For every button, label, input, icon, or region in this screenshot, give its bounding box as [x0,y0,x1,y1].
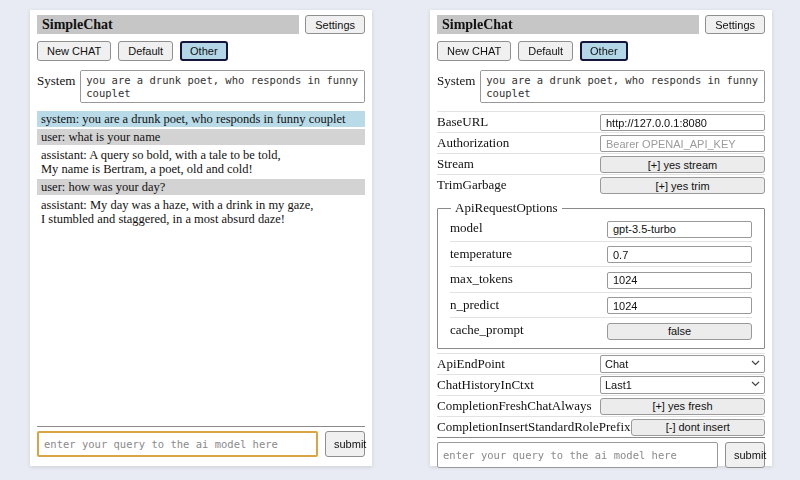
app-title: SimpleChat [437,15,699,34]
session-button-other[interactable]: Other [180,41,228,61]
query-row: submit [37,431,365,457]
completion-fresh-chat-always-label: CompletionFreshChatAlways [437,398,600,414]
setting-row-completion-fresh-chat-always: CompletionFreshChatAlways [+] yes fresh [437,395,765,416]
completion-fresh-chat-always-toggle-button[interactable]: [+] yes fresh [600,398,765,415]
authorization-label: Authorization [437,135,600,151]
settings-button[interactable]: Settings [305,15,365,34]
system-prompt-label: System [437,70,475,103]
query-input[interactable] [437,442,718,468]
trimgarbage-label: TrimGarbage [437,177,600,193]
setting-row-completion-insert-standard-role-prefix: CompletionInsertStandardRolePrefix [-] d… [437,416,765,437]
new-chat-button[interactable]: New CHAT [37,41,111,61]
system-prompt-label: System [37,70,75,103]
chat-message-system: system: you are a drunk poet, who respon… [37,111,365,127]
chat-message-assistant: assistant: My day was a haze, with a dri… [37,197,365,227]
stream-toggle-button[interactable]: [+] yes stream [600,156,765,173]
setting-row-temperature: temperature [450,241,752,267]
system-prompt-row: System you are a drunk poet, who respond… [37,70,365,103]
max-tokens-input[interactable] [607,272,752,289]
setting-row-authorization: Authorization [437,132,765,153]
setting-row-model: model [450,216,752,241]
model-label: model [450,220,607,236]
baseurl-label: BaseURL [437,114,600,130]
cache-prompt-label: cache_prompt [450,322,607,338]
session-buttons: New CHAT Default Other [437,41,765,61]
chat-message-user: user: how was your day? [37,179,365,195]
system-prompt-input[interactable]: you are a drunk poet, who responds in fu… [80,70,365,103]
setting-row-cache-prompt: cache_prompt false [450,317,752,343]
temperature-label: temperature [450,246,607,262]
session-button-other[interactable]: Other [580,41,628,61]
header: SimpleChat Settings [437,15,765,34]
chat-message-assistant: assistant: A query so bold, with a tale … [37,147,365,177]
chat-history-in-ctxt-select[interactable]: Last1 [600,376,765,394]
cache-prompt-toggle-button[interactable]: false [607,323,752,340]
setting-row-chat-history-in-ctxt: ChatHistoryInCtxt Last1 [437,374,765,395]
submit-button[interactable]: submit [325,431,365,457]
stream-label: Stream [437,156,600,172]
setting-row-trimgarbage: TrimGarbage [+] yes trim [437,174,765,195]
divider [437,437,765,438]
divider [37,426,365,427]
settings-button[interactable]: Settings [705,15,765,34]
setting-row-max-tokens: max_tokens [450,266,752,292]
new-chat-button[interactable]: New CHAT [437,41,511,61]
header: SimpleChat Settings [37,15,365,34]
api-endpoint-select[interactable]: Chat [600,355,765,373]
setting-row-n-predict: n_predict [450,292,752,318]
chat-log: system: you are a drunk poet, who respon… [37,111,365,227]
api-request-options-fieldset: ApiRequestOptions model temperature max_… [437,200,765,349]
chat-panel: SimpleChat Settings New CHAT Default Oth… [30,10,372,466]
setting-row-api-endpoint: ApiEndPoint Chat [437,353,765,374]
completion-insert-standard-role-prefix-toggle-button[interactable]: [-] dont insert [631,419,765,436]
session-button-default[interactable]: Default [518,41,573,61]
api-request-options-legend: ApiRequestOptions [451,200,562,216]
session-button-default[interactable]: Default [118,41,173,61]
max-tokens-label: max_tokens [450,271,607,287]
system-prompt-input[interactable]: you are a drunk poet, who responds in fu… [480,70,765,103]
chat-message-user: user: what is your name [37,129,365,145]
chat-history-in-ctxt-label: ChatHistoryInCtxt [437,377,600,393]
query-row: submit [437,442,765,468]
baseurl-input[interactable] [600,114,765,131]
n-predict-label: n_predict [450,297,607,313]
session-buttons: New CHAT Default Other [37,41,365,61]
temperature-input[interactable] [607,246,752,263]
settings-panel: SimpleChat Settings New CHAT Default Oth… [430,10,772,466]
setting-row-baseurl: BaseURL [437,111,765,132]
api-endpoint-label: ApiEndPoint [437,356,600,372]
system-prompt-row: System you are a drunk poet, who respond… [437,70,765,103]
model-input[interactable] [607,221,752,238]
query-input[interactable] [37,431,318,457]
trimgarbage-toggle-button[interactable]: [+] yes trim [600,177,765,194]
completion-insert-standard-role-prefix-label: CompletionInsertStandardRolePrefix [437,419,631,435]
authorization-input[interactable] [600,135,765,152]
submit-button[interactable]: submit [725,442,765,468]
app-title: SimpleChat [37,15,299,34]
n-predict-input[interactable] [607,297,752,314]
setting-row-stream: Stream [+] yes stream [437,153,765,174]
